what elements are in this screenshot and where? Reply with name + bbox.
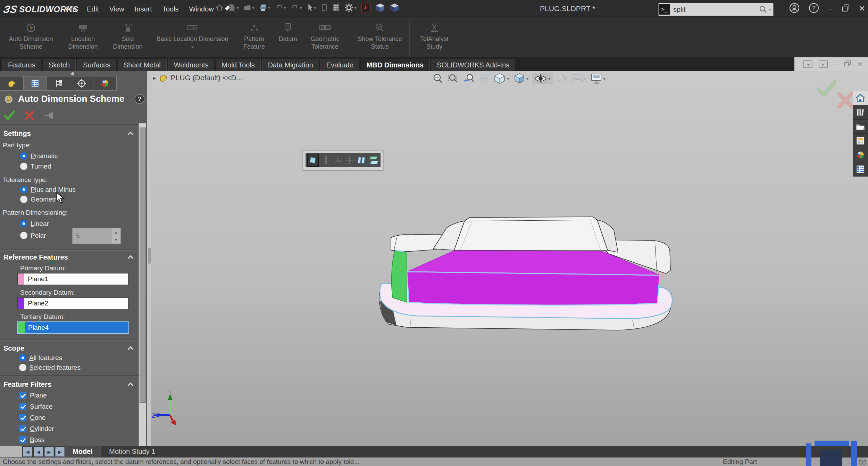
tab-surfaces[interactable]: Surfaces bbox=[77, 59, 116, 71]
checkbox-cone[interactable] bbox=[19, 414, 26, 421]
tab-mold-tools[interactable]: Mold Tools bbox=[216, 59, 260, 71]
select-cursor-icon[interactable]: ▾ bbox=[307, 3, 317, 12]
close-button[interactable]: ✕ bbox=[859, 4, 865, 13]
radio-linear[interactable] bbox=[20, 220, 27, 227]
panel-scrollbar-thumb[interactable] bbox=[140, 128, 146, 403]
tab-weldments[interactable]: Weldments bbox=[168, 59, 215, 71]
checkbox-cone-label[interactable]: Cone bbox=[30, 414, 45, 422]
radio-polar-label[interactable]: Polar bbox=[31, 232, 46, 239]
splitter-grip[interactable] bbox=[148, 248, 151, 264]
first-tab-button[interactable]: ◀ bbox=[23, 447, 32, 457]
secondary-datum-field[interactable]: Plane2 bbox=[17, 297, 128, 309]
menu-tools[interactable]: Tools bbox=[162, 5, 179, 13]
apply-scene-icon[interactable]: ▾ bbox=[571, 73, 586, 84]
radio-selected-features[interactable] bbox=[19, 364, 26, 371]
restore-button[interactable] bbox=[842, 4, 850, 13]
doc-restore-button[interactable] bbox=[844, 60, 851, 68]
options-gear-icon[interactable]: ▾ bbox=[344, 3, 357, 12]
select-plane-icon[interactable] bbox=[307, 154, 319, 167]
home-icon[interactable] bbox=[215, 3, 224, 12]
new-document-icon[interactable]: ▾ bbox=[228, 3, 239, 12]
account-icon[interactable] bbox=[789, 3, 800, 15]
tab-sketch[interactable]: Sketch bbox=[43, 59, 76, 71]
collapse-settings-icon[interactable] bbox=[128, 131, 133, 135]
redo-icon[interactable]: ▾ bbox=[291, 4, 302, 11]
previous-window-button[interactable]: ◀ bbox=[803, 60, 812, 68]
tab-property-manager[interactable] bbox=[24, 76, 47, 91]
parallel-planes-icon[interactable] bbox=[357, 155, 366, 166]
doc-minimize-button[interactable]: – bbox=[834, 61, 838, 67]
radio-all-features[interactable] bbox=[19, 354, 26, 361]
select-point-icon[interactable] bbox=[345, 155, 354, 166]
tab-mbd-dimensions[interactable]: MBD Dimensions bbox=[361, 59, 429, 71]
polar-count-value[interactable]: 5 bbox=[73, 228, 111, 244]
checkbox-plane[interactable] bbox=[19, 392, 26, 399]
command-search[interactable]: >_ split ▾ bbox=[658, 3, 774, 16]
hide-show-items-icon[interactable]: ▾ bbox=[533, 73, 552, 84]
radio-selected-features-label[interactable]: Selected features bbox=[29, 364, 81, 371]
tab-features[interactable]: Features bbox=[2, 59, 41, 71]
search-icon[interactable]: ▾ bbox=[759, 5, 771, 14]
next-window-button[interactable]: ▶ bbox=[819, 60, 828, 68]
checkbox-cylinder-label[interactable]: Cylinder bbox=[30, 425, 54, 433]
tab-data-migration[interactable]: Data Migration bbox=[262, 59, 319, 71]
two-planes-icon[interactable] bbox=[369, 155, 379, 166]
adobe-pdf-icon[interactable] bbox=[361, 3, 371, 13]
tab-sheet-metal[interactable]: Sheet Metal bbox=[118, 59, 167, 71]
checkbox-surface-label[interactable]: Surface bbox=[30, 403, 53, 410]
search-input[interactable]: split bbox=[673, 6, 759, 14]
breadcrumb[interactable]: ▸ PLUG (Default) <<D... bbox=[153, 73, 242, 82]
radio-prismatic[interactable] bbox=[20, 152, 27, 160]
custom-properties-button[interactable] bbox=[853, 162, 868, 177]
last-tab-button[interactable]: ▶ bbox=[55, 447, 65, 457]
spinner-down-icon[interactable]: ▼ bbox=[111, 236, 120, 244]
radio-geometric-label[interactable]: Geometric bbox=[31, 196, 61, 203]
open-document-icon[interactable]: ▾ bbox=[243, 3, 255, 12]
graphics-viewport[interactable]: ▸ PLUG (Default) <<D... ▾ ▾ ▾ ▾ ▾ bbox=[151, 71, 868, 446]
tertiary-datum-field[interactable]: Plane4 bbox=[17, 321, 129, 334]
select-coordinate-system-icon[interactable] bbox=[333, 155, 342, 166]
breadcrumb-expand-icon[interactable]: ▸ bbox=[153, 74, 156, 82]
help-icon[interactable]: ? bbox=[809, 3, 819, 15]
collapse-scope-icon[interactable] bbox=[128, 346, 133, 350]
ok-check-button[interactable] bbox=[3, 110, 15, 122]
doc-close-button[interactable]: ✕ bbox=[857, 61, 863, 67]
plug-3d-model[interactable] bbox=[375, 215, 687, 334]
ribbon-size-dimension[interactable]: 60±01 SizeDimension bbox=[106, 21, 149, 52]
previous-tab-button[interactable]: ◀ bbox=[34, 447, 43, 457]
spinner-up-icon[interactable]: ▲ bbox=[111, 228, 120, 236]
primary-datum-field[interactable]: Plane1 bbox=[17, 273, 128, 285]
undo-icon[interactable]: ▾ bbox=[275, 4, 286, 11]
menu-edit[interactable]: Edit bbox=[87, 5, 99, 13]
view-palette-button[interactable] bbox=[853, 134, 868, 148]
menu-view[interactable]: View bbox=[109, 5, 124, 13]
ribbon-datum[interactable]: A Datum bbox=[273, 21, 303, 44]
ribbon-tolanalyst-study[interactable]: TolAnalystStudy bbox=[412, 21, 456, 52]
radio-prismatic-label[interactable]: Prismatic bbox=[31, 152, 58, 160]
zoom-to-area-icon[interactable] bbox=[448, 73, 459, 84]
checkbox-cylinder[interactable] bbox=[19, 425, 26, 432]
cancel-x-button[interactable] bbox=[24, 110, 35, 122]
view-settings-icon[interactable]: ▾ bbox=[590, 73, 606, 84]
home-tab-button[interactable] bbox=[853, 91, 868, 105]
tab-motion-study-1[interactable]: Motion Study 1 bbox=[101, 446, 163, 457]
menu-file[interactable]: File bbox=[65, 5, 76, 13]
select-axis-icon[interactable] bbox=[321, 155, 331, 166]
radio-plus-and-minus[interactable] bbox=[20, 186, 27, 193]
menu-window[interactable]: Window bbox=[189, 5, 214, 13]
view-orientation-icon[interactable]: ▾ bbox=[493, 73, 509, 84]
checkbox-boss[interactable] bbox=[19, 436, 26, 443]
minimize-button[interactable]: – bbox=[828, 4, 832, 13]
edit-appearance-icon[interactable] bbox=[557, 73, 567, 84]
tab-dimxpert-manager[interactable] bbox=[70, 76, 93, 91]
edrawings-icon[interactable] bbox=[390, 3, 399, 13]
ribbon-location-dimension[interactable]: LocationDimension bbox=[60, 21, 106, 52]
display-style-icon[interactable]: ▾ bbox=[514, 73, 529, 84]
section-view-icon[interactable] bbox=[479, 73, 489, 84]
breadcrumb-label[interactable]: PLUG (Default) <<D... bbox=[171, 74, 243, 82]
print-icon[interactable]: ▾ bbox=[259, 3, 270, 12]
ribbon-basic-location-dimension[interactable]: 150 Basic Location Dimension ▾ bbox=[149, 21, 235, 52]
radio-all-features-label[interactable]: All features bbox=[29, 354, 62, 362]
tab-solidworks-add-ins[interactable]: SOLIDWORKS Add-Ins bbox=[431, 59, 515, 71]
tab-configuration-manager[interactable] bbox=[47, 76, 70, 91]
